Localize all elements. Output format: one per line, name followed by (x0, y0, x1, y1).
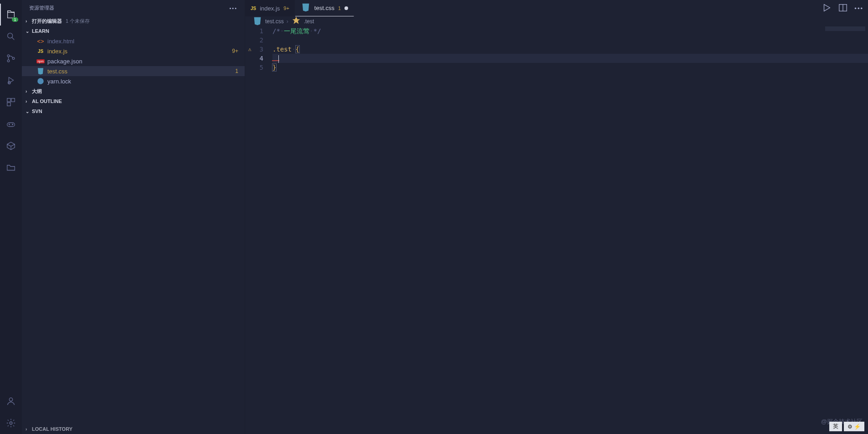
more-icon[interactable]: ••• (229, 5, 237, 11)
tab-label: test.css (314, 5, 334, 11)
line-number: 4 (254, 54, 263, 63)
svg-point-11 (9, 398, 12, 401)
tab-bar: JS index.js 9+ test.css 1 ••• (245, 0, 868, 16)
settings-gear-icon[interactable] (0, 412, 22, 434)
yarn-file-icon (36, 76, 45, 86)
folder-icon[interactable] (0, 157, 22, 179)
chevron-right-icon: › (26, 99, 32, 104)
tab-label: index.js (260, 5, 280, 12)
code-content[interactable]: /*·一尾流莺·*/ .test·{ } (272, 26, 868, 434)
run-debug-icon[interactable] (0, 69, 22, 91)
sidebar: 资源管理器 ••• › 打开的编辑器 1 个未保存 ⌄ LEARN <> ind… (22, 0, 245, 434)
file-row-html[interactable]: <> index.html (22, 36, 245, 46)
file-badge: 9+ (232, 48, 238, 54)
chevron-right-icon: › (26, 427, 32, 432)
local-history-label: LOCAL HISTORY (32, 426, 72, 432)
warning-icon: ⚠ (248, 45, 251, 54)
more-icon[interactable]: ••• (854, 5, 863, 12)
al-outline-header[interactable]: › AL OUTLINE (22, 96, 245, 106)
file-row-npm[interactable]: npm package.json (22, 56, 245, 66)
outline-label: 大纲 (32, 88, 42, 95)
svg-rect-8 (7, 123, 15, 126)
local-history-header[interactable]: › LOCAL HISTORY (22, 424, 245, 434)
dirty-indicator-icon (344, 6, 348, 10)
text-cursor (278, 55, 279, 63)
file-name: yarn.lock (47, 78, 71, 85)
css-file-icon (301, 2, 311, 14)
line-number: 3 (254, 45, 263, 54)
run-icon[interactable] (822, 3, 832, 14)
svg-rect-7 (7, 103, 10, 106)
svg-point-12 (10, 422, 12, 424)
svg-point-13 (37, 78, 44, 84)
chevron-right-icon: › (26, 19, 32, 24)
svg-rect-6 (11, 98, 15, 102)
tab-index-js[interactable]: JS index.js 9+ (245, 0, 295, 16)
ime-lang[interactable]: 英 (829, 422, 842, 431)
file-tree: <> index.html JS index.js 9+ npm package… (22, 36, 245, 86)
chevron-down-icon: ⌄ (26, 109, 32, 114)
file-name: index.js (47, 48, 67, 55)
svn-header[interactable]: ⌄ SVN (22, 106, 245, 116)
code-editor[interactable]: ⚠ 1 2 3 4 5 /*·一尾流莺·*/ .test·{ } (245, 26, 868, 434)
search-icon[interactable] (0, 26, 22, 47)
file-name: package.json (47, 58, 82, 65)
svg-point-2 (7, 60, 10, 62)
file-row-yarn[interactable]: yarn.lock (22, 76, 245, 86)
file-row-js[interactable]: JS index.js 9+ (22, 46, 245, 56)
tab-actions: ••• (822, 0, 868, 16)
source-control-icon[interactable] (0, 47, 22, 69)
activity-bar: 1 (0, 0, 22, 434)
file-name: test.css (47, 68, 67, 75)
breadcrumb[interactable]: test.css › .test (245, 16, 868, 26)
outline-header[interactable]: › 大纲 (22, 86, 245, 96)
al-outline-label: AL OUTLINE (32, 98, 62, 104)
svn-label: SVN (32, 108, 42, 114)
chevron-right-icon: › (26, 89, 32, 94)
ime-icons[interactable]: ⚙ ⚡ (844, 422, 864, 431)
chevron-down-icon: ⌄ (26, 29, 32, 34)
file-row-css[interactable]: test.css 1 (22, 66, 245, 76)
minimap[interactable] (825, 26, 865, 31)
js-file-icon: JS (251, 6, 256, 11)
project-name: LEARN (32, 28, 49, 34)
line-numbers: 1 2 3 4 5 (254, 26, 272, 434)
glyph-margin: ⚠ (245, 26, 254, 434)
file-badge: 1 (235, 68, 238, 74)
svg-point-0 (8, 33, 13, 38)
svg-rect-5 (7, 98, 10, 102)
box-icon[interactable] (0, 135, 22, 157)
project-header[interactable]: ⌄ LEARN (22, 26, 245, 36)
ime-bar: 英 ⚙ ⚡ (829, 422, 864, 431)
tab-test-css[interactable]: test.css 1 (295, 0, 354, 16)
css-file-icon (36, 66, 45, 76)
explorer-icon[interactable]: 1 (0, 4, 22, 26)
editor-area: JS index.js 9+ test.css 1 ••• (245, 0, 868, 434)
sidebar-header: 资源管理器 ••• (22, 0, 245, 16)
split-editor-icon[interactable] (838, 3, 848, 14)
html-file-icon: <> (36, 38, 45, 45)
css-file-icon (252, 16, 262, 27)
open-editors-status: 1 个未保存 (66, 18, 90, 25)
file-name: index.html (47, 38, 74, 45)
open-editors-header[interactable]: › 打开的编辑器 1 个未保存 (22, 16, 245, 26)
css-rule-icon (291, 16, 301, 27)
tab-badge: 1 (338, 5, 341, 11)
game-icon[interactable] (0, 113, 22, 135)
line-number: 2 (254, 36, 263, 45)
explorer-badge: 1 (12, 17, 18, 22)
js-file-icon: JS (36, 49, 45, 54)
svg-point-1 (7, 55, 10, 57)
svg-point-10 (12, 124, 13, 125)
tab-badge: 9+ (283, 5, 289, 11)
breadcrumb-symbol: .test (304, 18, 314, 25)
npm-file-icon: npm (36, 59, 45, 63)
line-number: 5 (254, 63, 263, 72)
line-number: 1 (254, 26, 263, 36)
account-icon[interactable] (0, 390, 22, 412)
open-editors-label: 打开的编辑器 (32, 18, 62, 25)
extensions-icon[interactable] (0, 91, 22, 113)
app-root: 1 资源管理器 ••• (0, 0, 868, 434)
svg-point-9 (9, 124, 10, 125)
sidebar-title: 资源管理器 (29, 5, 54, 11)
